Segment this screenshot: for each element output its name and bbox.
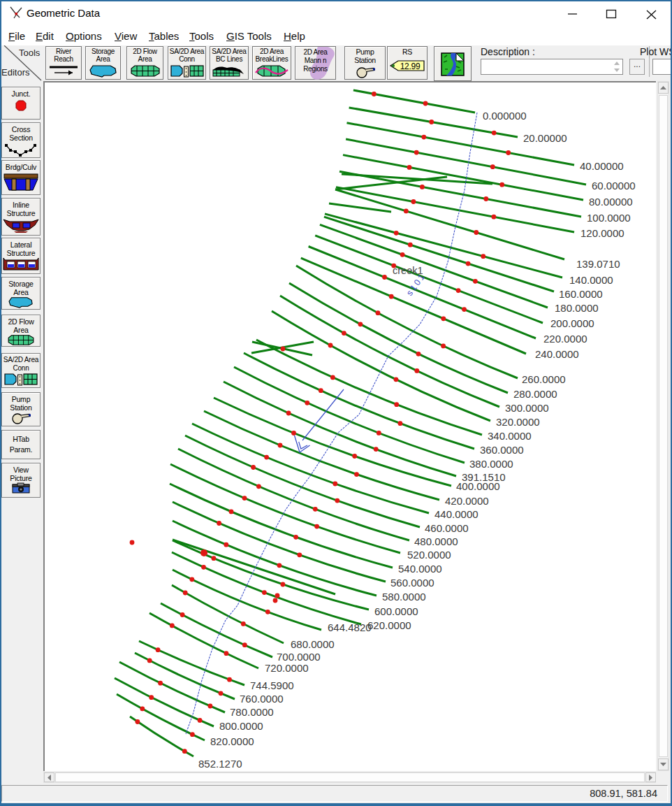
svg-text:12.99: 12.99 <box>400 61 421 71</box>
